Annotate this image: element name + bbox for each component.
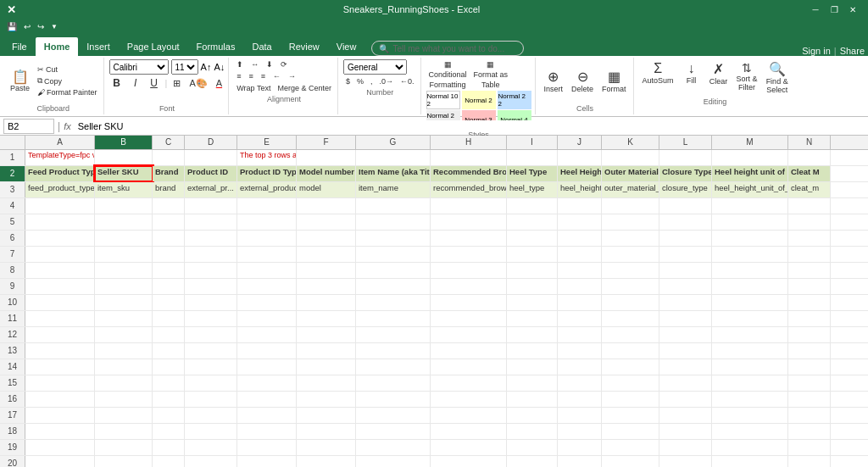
cell-e2[interactable]: Product ID Type [237,166,297,181]
cell-empty[interactable] [25,392,95,407]
cell-empty[interactable] [237,214,297,230]
cell-empty[interactable] [659,343,712,359]
format-as-table-button[interactable]: ▦ Format as Table [471,59,511,90]
col-header-l[interactable]: L [659,136,712,149]
cell-empty[interactable] [602,343,659,359]
cell-g3[interactable]: item_name [356,182,431,197]
cell-i1[interactable] [507,150,558,165]
cell-empty[interactable] [356,343,431,359]
cell-empty[interactable] [788,359,831,375]
cell-b2[interactable]: Seller SKU [95,166,153,181]
font-name-select[interactable]: Calibri [109,59,169,75]
col-header-i[interactable]: I [507,136,558,149]
cell-empty[interactable] [297,440,356,455]
cell-empty[interactable] [659,456,712,467]
tell-me-input[interactable]: 🔍 Tell me what you want to do... [371,41,524,56]
cell-m3[interactable]: heel_height_unit_of_measu... [712,182,788,197]
cell-b1[interactable] [95,150,153,165]
autosum-button[interactable]: Σ AutoSum [639,59,677,96]
cell-empty[interactable] [297,424,356,439]
cell-empty[interactable] [507,440,558,455]
cell-empty[interactable] [431,214,507,230]
cell-empty[interactable] [25,440,95,455]
cell-empty[interactable] [659,408,712,423]
cell-empty[interactable] [788,343,831,359]
tab-file[interactable]: File [3,37,36,56]
font-size-select[interactable]: 11 [171,59,198,75]
cell-empty[interactable] [237,424,297,439]
cell-empty[interactable] [659,440,712,455]
cell-empty[interactable] [25,311,95,326]
cell-empty[interactable] [185,424,237,439]
cell-n2[interactable]: Cleat M [788,166,831,181]
cell-empty[interactable] [153,375,185,391]
align-right-button[interactable]: ≡ [259,71,268,81]
cell-empty[interactable] [95,456,153,467]
cell-empty[interactable] [153,343,185,359]
cell-empty[interactable] [153,295,185,310]
cell-empty[interactable] [558,424,602,439]
cell-k1[interactable] [602,150,659,165]
cell-empty[interactable] [659,392,712,407]
tab-page-layout[interactable]: Page Layout [119,37,188,56]
cell-empty[interactable] [507,279,558,294]
cell-empty[interactable] [25,263,95,278]
cell-h1[interactable] [431,150,507,165]
cell-empty[interactable] [297,279,356,294]
cell-empty[interactable] [659,263,712,278]
cell-empty[interactable] [659,231,712,246]
cell-empty[interactable] [95,375,153,391]
cell-empty[interactable] [356,311,431,326]
cell-empty[interactable] [431,392,507,407]
cell-empty[interactable] [431,359,507,375]
cell-empty[interactable] [185,375,237,391]
cell-empty[interactable] [507,214,558,230]
italic-button[interactable]: I [128,76,143,90]
col-header-e[interactable]: E [237,136,297,149]
cell-empty[interactable] [153,359,185,375]
cell-empty[interactable] [431,247,507,262]
cell-empty[interactable] [237,343,297,359]
cell-empty[interactable] [788,231,831,246]
percent-button[interactable]: % [354,76,366,86]
cell-empty[interactable] [95,295,153,310]
cell-empty[interactable] [659,198,712,214]
cell-empty[interactable] [95,231,153,246]
cell-empty[interactable] [712,456,788,467]
cell-empty[interactable] [237,392,297,407]
cell-empty[interactable] [558,392,602,407]
fill-color-button[interactable]: A🎨 [186,77,209,90]
cell-empty[interactable] [25,456,95,467]
cell-empty[interactable] [95,214,153,230]
cell-j2[interactable]: Heel Height [558,166,602,181]
cell-empty[interactable] [356,198,431,214]
cell-empty[interactable] [602,440,659,455]
cell-empty[interactable] [25,408,95,423]
cell-empty[interactable] [153,440,185,455]
cell-empty[interactable] [659,375,712,391]
cell-empty[interactable] [25,279,95,294]
cell-empty[interactable] [788,440,831,455]
cell-empty[interactable] [788,456,831,467]
copy-button[interactable]: ⧉ Copy [35,75,100,86]
cell-empty[interactable] [297,343,356,359]
cell-empty[interactable] [95,392,153,407]
cell-empty[interactable] [185,359,237,375]
tab-formulas[interactable]: Formulas [188,37,244,56]
cell-empty[interactable] [25,231,95,246]
cell-g1[interactable] [356,150,431,165]
cell-empty[interactable] [153,327,185,342]
cell-empty[interactable] [153,311,185,326]
style-normal22[interactable]: Normal 2 2 [498,91,531,109]
format-painter-button[interactable]: 🖌 Format Painter [35,87,100,97]
cell-empty[interactable] [788,408,831,423]
cell-empty[interactable] [788,311,831,326]
cell-empty[interactable] [237,279,297,294]
cell-empty[interactable] [237,295,297,310]
cell-m2[interactable]: Heel height unit of measure [712,166,788,181]
cell-empty[interactable] [95,343,153,359]
cell-empty[interactable] [712,327,788,342]
cell-n1[interactable] [788,150,831,165]
cell-empty[interactable] [297,295,356,310]
cell-empty[interactable] [356,359,431,375]
